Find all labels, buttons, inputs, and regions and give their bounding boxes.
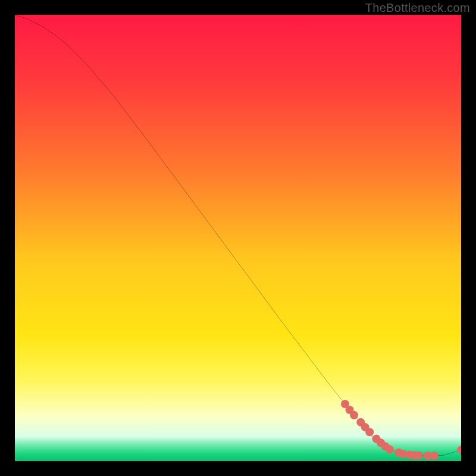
highlight-dot — [430, 452, 439, 460]
highlight-dot — [365, 428, 374, 436]
highlight-dot — [386, 446, 394, 454]
plot-background — [15, 15, 461, 461]
bottleneck-chart — [15, 15, 461, 461]
highlight-dot — [415, 452, 423, 460]
watermark-text: TheBottleneck.com — [365, 1, 470, 15]
chart-wrapper: TheBottleneck.com — [0, 0, 476, 476]
highlight-dot — [350, 411, 358, 419]
